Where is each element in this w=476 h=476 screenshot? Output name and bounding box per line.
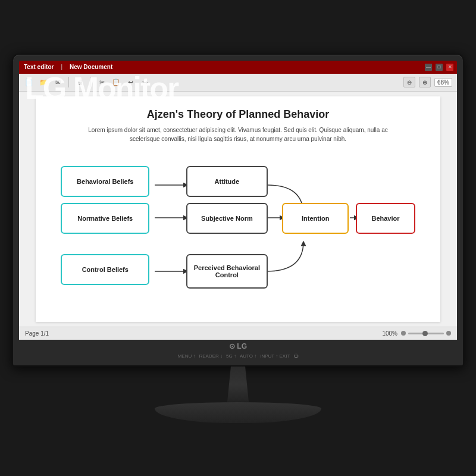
5g-button[interactable]: 5G ↑ — [226, 353, 236, 359]
zoom-track — [408, 333, 444, 334]
zoom-out-button[interactable]: ⊖ — [403, 77, 415, 87]
monitor-frame: LG Monitor Text editor | New Document — … — [12, 54, 464, 423]
document-subtitle: Lorem ipsum dolor sit amet, consectetuer… — [54, 126, 422, 143]
menu-button[interactable]: MENU ↑ — [178, 353, 196, 359]
window-controls: — □ ✕ — [425, 64, 453, 71]
intention-label: Intention — [302, 215, 329, 222]
behavioral-beliefs-box: Behavioral Beliefs — [61, 166, 149, 197]
intention-box: Intention — [282, 203, 349, 234]
monitor-bottom-controls: MENU ↑ READER ↓ 5G ↑ AUTO ↑ INPUT ↑ EXIT… — [19, 352, 457, 362]
undo-icon[interactable]: ↩ — [125, 77, 136, 87]
open-icon[interactable]: 📁 — [38, 77, 49, 87]
power-icon[interactable]: ⏻ — [293, 353, 298, 359]
monitor-stand-base — [155, 402, 321, 423]
new-doc-icon[interactable]: 📄 — [24, 77, 35, 87]
zoom-status: 100% — [382, 330, 397, 337]
control-beliefs-label: Control Beliefs — [82, 266, 129, 273]
subjective-norm-label: Subjective Norm — [201, 215, 253, 222]
email-icon[interactable]: ✉ — [52, 77, 63, 87]
toolbar-divider-2 — [90, 77, 91, 87]
titlebar-left: Text editor | New Document — [24, 64, 112, 70]
control-beliefs-box: Control Beliefs — [61, 254, 149, 285]
perceived-control-label: Perceived Behavioral Control — [191, 264, 262, 278]
monitor-brand-logo: ⊙ LG — [229, 342, 247, 350]
print-icon[interactable]: 🖨 — [74, 77, 85, 87]
zoom-in-button[interactable]: ⊕ — [419, 77, 431, 87]
cut-icon[interactable]: ✂ — [96, 77, 107, 87]
zoom-dot — [401, 331, 406, 336]
close-button[interactable]: ✕ — [446, 64, 453, 71]
zoom-level: 68% — [434, 78, 452, 87]
behavioral-beliefs-label: Behavioral Beliefs — [77, 178, 133, 185]
zoom-slider[interactable] — [401, 331, 451, 336]
status-right: 100% — [382, 330, 451, 337]
doc-name: New Document — [70, 64, 112, 70]
app-name: Text editor — [24, 64, 54, 70]
behavior-box: Behavior — [356, 203, 415, 234]
monitor-stand-neck — [220, 367, 256, 402]
subjective-norm-box: Subjective Norm — [186, 203, 267, 234]
perceived-control-box: Perceived Behavioral Control — [186, 254, 267, 289]
toolbar-right: ⊖ ⊕ 68% — [403, 77, 452, 87]
reader-button[interactable]: READER ↓ — [199, 353, 223, 359]
minimize-button[interactable]: — — [425, 64, 432, 71]
maximize-button[interactable]: □ — [436, 64, 443, 71]
app-toolbar: 📄 📁 ✉ 🖨 ✂ 📋 ↩ ↪ ⊖ ⊕ 68% — [19, 74, 457, 92]
auto-button[interactable]: AUTO ↑ — [240, 353, 256, 359]
paste-icon[interactable]: 📋 — [111, 77, 121, 87]
attitude-box: Attitude — [186, 166, 267, 197]
page-info: Page 1/1 — [25, 330, 49, 337]
normative-beliefs-box: Normative Beliefs — [61, 203, 149, 234]
document-area: Ajzen's Theory of Planned Behavior Lorem… — [36, 96, 440, 322]
toolbar-divider-1 — [68, 77, 69, 87]
zoom-thumb — [422, 331, 428, 336]
monitor-logo-area: ⊙ LG — [19, 340, 457, 352]
status-bar: Page 1/1 100% — [19, 327, 457, 340]
normative-beliefs-label: Normative Beliefs — [77, 215, 133, 222]
attitude-label: Attitude — [215, 178, 240, 185]
titlebar-separator: | — [61, 64, 62, 70]
behavior-label: Behavior — [371, 215, 399, 222]
document-title: Ajzen's Theory of Planned Behavior — [54, 108, 422, 121]
diagram-boxes: Behavioral Beliefs Attitude Normative Be… — [54, 155, 422, 310]
diagram: Behavioral Beliefs Attitude Normative Be… — [54, 155, 422, 310]
screen: 📄 📁 ✉ 🖨 ✂ 📋 ↩ ↪ ⊖ ⊕ 68% Ajzen's Theory o… — [19, 74, 457, 340]
monitor-bezel: LG Monitor Text editor | New Document — … — [12, 54, 464, 367]
app-titlebar: Text editor | New Document — □ ✕ — [19, 61, 457, 74]
redo-icon[interactable]: ↪ — [139, 77, 150, 87]
input-button[interactable]: INPUT ↑ EXIT — [260, 353, 290, 359]
zoom-dot-end — [446, 331, 451, 336]
